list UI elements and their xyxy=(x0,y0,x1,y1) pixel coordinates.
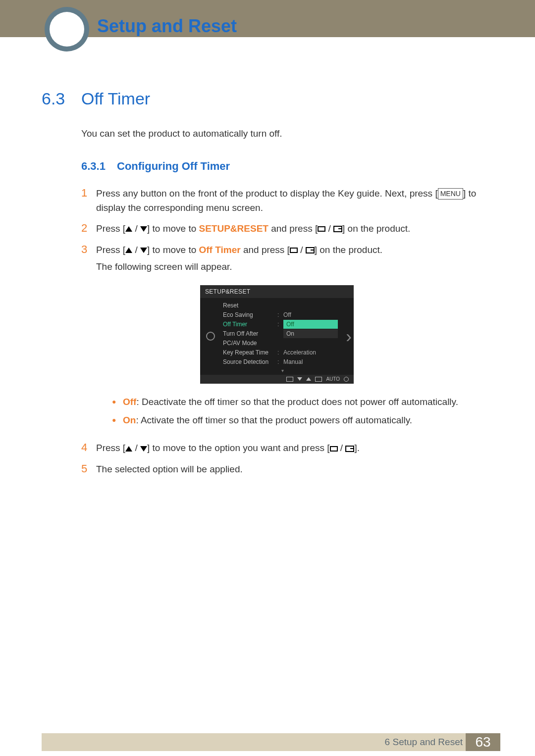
chapter-badge-icon xyxy=(45,7,89,51)
step-number: 1 xyxy=(81,187,96,215)
enter-icon xyxy=(315,377,322,382)
section-number: 6.3 xyxy=(42,89,81,108)
step4-text-b: ] to move to the option you want and pre… xyxy=(147,443,330,453)
osd-srcdet-value: Manual xyxy=(283,357,303,366)
step4-text-c: ]. xyxy=(354,443,360,453)
osd-auto-label: AUTO xyxy=(326,375,340,383)
bullet-off-label: Off xyxy=(123,397,136,407)
step-number: 4 xyxy=(81,441,96,455)
bullet-icon: ● xyxy=(112,413,123,427)
osd-footer: AUTO xyxy=(200,375,354,384)
down-arrow-icon xyxy=(140,248,147,253)
chapter-title: Setup and Reset xyxy=(97,16,237,37)
gear-icon xyxy=(206,332,215,341)
enter-icon xyxy=(333,226,342,232)
menu-key-icon: MENU xyxy=(438,188,463,200)
osd-row-srcdet: Source Detection xyxy=(223,357,277,366)
power-icon xyxy=(344,377,349,382)
bullet-on-text: : Activate the off timer so that the pro… xyxy=(136,415,412,425)
osd-option-off: Off xyxy=(283,320,338,329)
chevron-down-icon: ▾ xyxy=(221,367,344,372)
step2-text-c: and press [ xyxy=(268,223,318,234)
down-arrow-icon xyxy=(297,377,302,381)
enter-icon xyxy=(345,446,354,452)
bullet-on: ● On: Activate the off timer so that the… xyxy=(112,413,458,427)
step2-highlight: SETUP&RESET xyxy=(199,223,268,234)
step-number: 3 xyxy=(81,243,96,435)
step-4: 4 Press [ / ] to move to the option you … xyxy=(81,441,493,455)
section-title: Off Timer xyxy=(81,89,150,108)
up-arrow-icon xyxy=(306,377,311,381)
step3-text-c: and press [ xyxy=(241,245,290,255)
osd-row-reset: Reset xyxy=(223,301,277,310)
down-arrow-icon xyxy=(140,446,147,452)
step-2: 2 Press [ / ] to move to SETUP&RESET and… xyxy=(81,222,493,236)
step-1: 1 Press any button on the front of the p… xyxy=(81,187,493,215)
back-icon xyxy=(286,377,293,382)
step5-text: The selected option will be applied. xyxy=(96,462,243,477)
osd-row-krt: Key Repeat Time xyxy=(223,348,277,357)
down-arrow-icon xyxy=(140,226,147,232)
section-lead: You can set the product to automatically… xyxy=(81,128,493,139)
step-number: 5 xyxy=(81,462,96,477)
step3-text-b: ] to move to xyxy=(147,245,199,255)
osd-row-turnoff: Turn Off After xyxy=(223,329,277,338)
up-arrow-icon xyxy=(125,446,132,452)
source-icon xyxy=(330,446,338,452)
osd-option-on: On xyxy=(283,329,338,338)
up-arrow-icon xyxy=(125,248,132,253)
subsection-number: 6.3.1 xyxy=(81,160,117,173)
step-3: 3 Press [ / ] to move to Off Timer and p… xyxy=(81,243,493,435)
step1-text-a: Press any button on the front of the pro… xyxy=(96,188,438,199)
step2-text-d: ] on the product. xyxy=(342,223,410,234)
bullet-icon: ● xyxy=(112,395,123,409)
osd-row-pcav: PC/AV Mode xyxy=(223,339,277,348)
source-icon xyxy=(290,248,298,253)
step3-text-d: ] on the product. xyxy=(315,245,382,255)
osd-row-offtimer: Off Timer xyxy=(223,320,277,329)
subsection-title: Configuring Off Timer xyxy=(117,160,230,173)
bullet-on-label: On xyxy=(123,415,136,425)
step4-text-a: Press [ xyxy=(96,443,125,453)
osd-screenshot: SETUP&RESET Reset Eco Saving:Off Off Tim… xyxy=(200,285,354,384)
footer-chapter: 6 Setup and Reset xyxy=(42,733,471,751)
osd-eco-value: Off xyxy=(283,310,291,319)
step2-text-a: Press [ xyxy=(96,223,125,234)
osd-title: SETUP&RESET xyxy=(200,285,354,298)
step3-highlight: Off Timer xyxy=(199,245,241,255)
step3-text-a: Press [ xyxy=(96,245,125,255)
step-5: 5 The selected option will be applied. xyxy=(81,462,493,477)
osd-krt-value: Acceleration xyxy=(283,348,316,357)
page-number: 63 xyxy=(466,733,500,751)
step-number: 2 xyxy=(81,222,96,236)
enter-icon xyxy=(306,247,315,253)
source-icon xyxy=(318,226,325,232)
step3-after: The following screen will appear. xyxy=(96,260,458,274)
up-arrow-icon xyxy=(125,226,132,232)
step2-text-b: ] to move to xyxy=(147,223,199,234)
bullet-off-text: : Deactivate the off timer so that the p… xyxy=(136,397,458,407)
osd-row-eco: Eco Saving xyxy=(223,310,277,319)
bullet-off: ● Off: Deactivate the off timer so that … xyxy=(112,395,458,409)
